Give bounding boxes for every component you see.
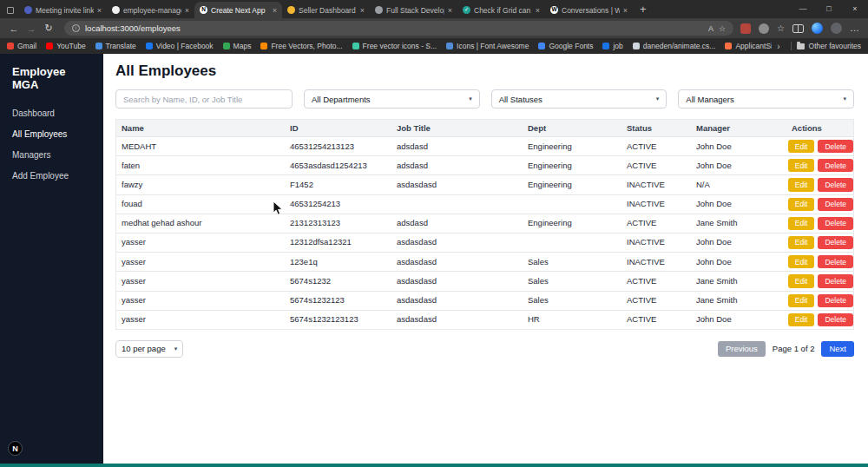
edit-button[interactable]: Edit [788,294,815,307]
close-window-button[interactable]: × [842,0,868,18]
bookmark-item[interactable]: Video | Facebook [146,42,214,50]
screen: Meeting invite link for yo... × employee… [0,0,868,467]
statuses-filter[interactable]: All Statuses ▾ [491,89,667,109]
edit-button[interactable]: Edit [788,140,815,153]
split-screen-icon[interactable] [792,24,804,33]
departments-filter-value: All Departments [312,95,371,104]
new-tab-button[interactable]: + [640,3,647,15]
refresh-icon[interactable]: ↻ [40,23,57,34]
address-bar[interactable]: i localhost:3000/employees A ☆ [64,21,733,36]
browser-tab[interactable]: N Create Next App × [194,2,282,18]
extension-icon[interactable] [740,23,751,34]
tab-close-icon[interactable]: × [185,6,189,15]
bookmark-item[interactable]: YouTube [46,42,85,50]
minimize-button[interactable]: — [790,0,816,18]
pagination-row: 10 per page ▾ Previous Page 1 of 2 Next [115,340,854,358]
tab-close-icon[interactable]: × [97,6,102,15]
cell-name: fawzy [116,175,285,194]
delete-button[interactable]: Delete [818,294,853,307]
copilot-icon[interactable] [812,23,823,34]
bookmark-item[interactable]: Maps [223,42,252,50]
favorites-bar-icon[interactable]: ☆ [777,23,785,33]
departments-filter[interactable]: All Departments ▾ [304,89,480,109]
next-page-button[interactable]: Next [821,341,854,357]
sidebar-item[interactable]: Dashboard [0,102,103,123]
delete-button[interactable]: Delete [818,178,853,191]
bookmark-item[interactable]: Translate [95,42,136,50]
managers-filter[interactable]: All Managers ▾ [678,89,854,109]
bookmark-item[interactable]: ApplicantSite [725,42,772,50]
bookmark-favicon-icon [446,43,453,49]
bookmark-item[interactable]: job [602,42,622,50]
profile-avatar[interactable] [831,23,842,34]
read-aloud-icon[interactable]: A [708,24,713,33]
add-favorite-star-icon[interactable]: ☆ [719,24,726,33]
back-icon[interactable]: ← [5,23,23,34]
nextjs-dev-badge[interactable]: N [8,441,23,456]
tab-close-icon[interactable]: × [448,6,452,15]
tab-close-icon[interactable]: × [536,6,540,15]
bookmark-favicon-icon [633,43,640,49]
browser-tab[interactable]: Meeting invite link for yo... × [19,2,107,18]
table-row: yasser 5674s1232123123 asdasdasd HR ACTI… [116,310,853,329]
main-content: All Employees All Departments ▾ All Stat… [103,54,868,464]
tab-close-icon[interactable]: × [273,6,277,15]
delete-button[interactable]: Delete [818,159,853,172]
bookmark-item[interactable]: Free Vectors, Photo... [260,42,342,50]
page-title: All Employees [115,62,854,80]
edit-button[interactable]: Edit [788,178,815,191]
cell-name: medhat gehad ashour [116,214,285,233]
previous-page-button[interactable]: Previous [718,341,766,357]
edit-button[interactable]: Edit [788,159,815,172]
browser-tab[interactable]: W Conversations | Wellfound × [545,2,633,18]
bookmark-favicon-icon [146,43,153,49]
sidebar-item[interactable]: All Employees [0,123,103,144]
browser-tab[interactable]: employee-management - × [107,2,194,18]
delete-button[interactable]: Delete [818,255,853,268]
bookmark-label: Translate [106,42,136,50]
cell-manager: Jane Smith [691,214,786,233]
edit-button[interactable]: Edit [788,198,815,211]
sidebar-item[interactable]: Managers [0,144,103,165]
other-favourites-button[interactable]: Other favourites [797,42,861,50]
maximize-button[interactable]: □ [816,0,842,18]
bookmark-item[interactable]: Free vector icons - S... [352,42,437,50]
delete-button[interactable]: Delete [818,274,853,287]
cell-dept: Engineering [523,175,621,194]
workspaces-icon[interactable] [7,7,14,14]
bookmark-item[interactable]: Icons | Font Awesome [446,42,529,50]
edit-button[interactable]: Edit [788,217,815,230]
delete-button[interactable]: Delete [818,198,853,211]
browser-tab[interactable]: Full Stack Developer Assi... × [370,2,457,18]
bookmark-item[interactable]: Gmail [7,42,36,50]
sidebar-item[interactable]: Add Employee [0,165,103,186]
tab-close-icon[interactable]: × [360,6,365,15]
forward-icon[interactable]: → [23,23,40,34]
cell-id: 5674s1232123 [285,292,391,310]
site-info-icon[interactable]: i [72,24,80,32]
delete-button[interactable]: Delete [818,236,853,249]
tab-close-icon[interactable]: × [623,6,628,15]
table-body: MEDAHT 46531254213123 adsdasd Engineerin… [116,136,853,329]
edit-button[interactable]: Edit [788,313,815,326]
settings-menu-icon[interactable]: … [850,23,859,33]
edit-button[interactable]: Edit [788,236,815,249]
extension-icon-2[interactable] [759,23,769,34]
bookmark-item[interactable]: daneden/animate.cs... [633,42,716,50]
edit-button[interactable]: Edit [788,255,815,268]
per-page-select[interactable]: 10 per page ▾ [115,340,183,358]
search-input[interactable] [115,89,293,109]
cell-id: 123e1q [285,253,391,271]
delete-button[interactable]: Delete [818,217,853,230]
browser-tab[interactable]: Seller Dashboard × [282,2,370,18]
delete-button[interactable]: Delete [818,313,853,326]
sidebar-item-label: Managers [12,150,50,160]
tab-favicon-icon [112,6,120,14]
tab-title: Conversations | Wellfound [562,6,620,15]
delete-button[interactable]: Delete [818,140,853,153]
bookmark-item[interactable]: Google Fonts [538,42,593,50]
bookmarks-overflow-icon[interactable]: › [777,42,779,51]
cell-dept: Engineering [523,214,621,233]
browser-tab[interactable]: ✓ Check if Grid can be Cut i... × [457,2,545,18]
edit-button[interactable]: Edit [788,274,815,287]
